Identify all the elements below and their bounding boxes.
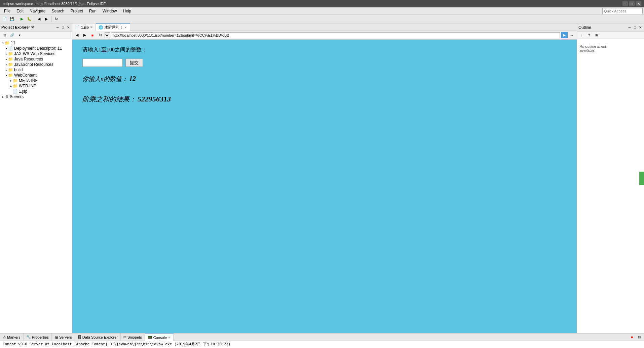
toolbar-separator-3 — [51, 16, 51, 22]
maximize-button[interactable]: □ — [629, 1, 635, 6]
browser-forward-button[interactable]: ▶ — [81, 32, 88, 38]
project-tree: ▾ 📁 11 ▾ 📄 Deployment Descriptor: 11 ▸ 📁… — [0, 39, 72, 333]
outline-sort-button[interactable]: ↕ — [578, 32, 585, 39]
tab-1jsp[interactable]: 📄 1.jsp ✕ — [72, 24, 96, 31]
panel-maximize-icon[interactable]: □ — [61, 25, 65, 30]
debug-button[interactable]: 🐛 — [26, 16, 33, 23]
tab-console[interactable]: 📟 Console ✕ — [145, 334, 174, 341]
webinf-icon: 📁 — [13, 84, 18, 88]
result-sum-prefix: 阶乘之和的结果： — [82, 95, 136, 103]
back-button[interactable]: ◀ — [36, 16, 42, 23]
tree-item-11[interactable]: ▾ 📁 11 — [0, 40, 72, 46]
outline-close-icon[interactable]: ✕ — [638, 25, 643, 30]
browser-toolbar: ◀ ▶ ■ ↻ ▶ → — [72, 31, 577, 40]
tree-arrow-webcontent: ▾ — [5, 74, 8, 77]
tree-item-jaxws[interactable]: ▸ 📁 JAX-WS Web Services — [0, 51, 72, 56]
console-text: Tomcat v9.0 Server at localhost [Apache … — [3, 342, 231, 346]
forward-button[interactable]: ▶ — [43, 16, 50, 23]
panel-close-icon[interactable]: ✕ — [66, 25, 71, 30]
browser-back-button[interactable]: ◀ — [74, 32, 80, 38]
outline-header-controls: ─ □ ✕ — [627, 25, 643, 30]
main-toolbar: 📄 💾 ▶ 🐛 ◀ ▶ ↻ — [0, 15, 644, 24]
tab-markers[interactable]: ⚠ Markers — [0, 334, 24, 341]
tree-arrow-js-resources: ▸ — [5, 63, 8, 66]
tab-servers[interactable]: 🖥 Servers — [52, 334, 75, 341]
tab-datasource[interactable]: 🗄 Data Source Explorer — [75, 334, 121, 341]
web-form: 提交 — [82, 59, 567, 67]
project-icon: 📁 — [5, 41, 10, 45]
outline-minimize-icon[interactable]: ─ — [627, 25, 632, 30]
tab-properties-label: Properties — [32, 335, 49, 339]
panel-title: Project Explorer ✕ — [1, 25, 34, 30]
browser-go-button[interactable]: ▶ — [561, 32, 568, 38]
tree-item-deployment[interactable]: ▾ 📄 Deployment Descriptor: 11 — [0, 46, 72, 51]
result-n-prefix: 你输入n的数值： — [82, 76, 128, 82]
tree-item-build[interactable]: ▸ 📁 build — [0, 67, 72, 73]
menu-edit[interactable]: Edit — [14, 8, 26, 14]
outline-filter-button[interactable]: T — [586, 32, 593, 39]
browser-stop-button[interactable]: ■ — [89, 32, 96, 38]
markers-icon: ⚠ — [3, 335, 6, 339]
console-toolbar-right: ■ ⊡ — [629, 334, 644, 341]
browser-url-input[interactable] — [111, 32, 560, 38]
submit-button[interactable]: 提交 — [125, 59, 143, 67]
main-layout: Project Explorer ✕ ─ □ ✕ ⊟ 🔗 ▾ ▾ 📁 11 — [0, 24, 644, 333]
properties-icon: 🔧 — [26, 335, 31, 339]
tab-result-close[interactable]: ✕ — [124, 26, 127, 29]
minimize-button[interactable]: ─ — [622, 1, 628, 6]
right-edge-button[interactable] — [639, 172, 644, 185]
tree-item-metainf[interactable]: ▸ 📁 META-INF — [0, 78, 72, 83]
tree-item-1jsp[interactable]: 📄 1.jsp — [0, 89, 72, 94]
panel-toolbar: ⊟ 🔗 ▾ — [0, 32, 72, 39]
menu-navigate[interactable]: Navigate — [27, 8, 48, 14]
titlebar: eclipse-workspace - http://localhost:808… — [0, 0, 644, 7]
toolbar-separator-2 — [34, 16, 34, 22]
menu-file[interactable]: File — [1, 8, 13, 14]
tree-item-webcontent[interactable]: ▾ 📁 WebContent — [0, 73, 72, 78]
js-resources-icon: 📁 — [8, 62, 13, 67]
tab-1jsp-close[interactable]: ✕ — [90, 26, 93, 29]
deployment-icon: 📄 — [8, 46, 13, 51]
run-button[interactable]: ▶ — [18, 16, 25, 23]
panel-menu-button[interactable]: ▾ — [16, 32, 23, 39]
browser-extra-button[interactable]: → — [569, 32, 575, 38]
outline-maximize-icon[interactable]: □ — [633, 25, 637, 30]
menu-help[interactable]: Help — [120, 8, 134, 14]
tree-item-servers[interactable]: ▸ 🖥 Servers — [0, 94, 72, 99]
number-input[interactable] — [82, 59, 123, 67]
refresh-button[interactable]: ↻ — [53, 16, 60, 23]
console-content: Tomcat v9.0 Server at localhost [Apache … — [0, 341, 644, 348]
tree-label-11: 11 — [11, 41, 15, 45]
tree-item-webinf[interactable]: ▸ 📁 WEB-INF — [0, 83, 72, 89]
tab-result[interactable]: 🌐 求阶乘和！ ✕ — [96, 24, 130, 31]
outline-expand-button[interactable]: ⊞ — [593, 32, 600, 39]
tab-snippets[interactable]: ✂ Snippets — [121, 334, 145, 341]
tree-item-java-resources[interactable]: ▸ 📁 Java Resources — [0, 56, 72, 62]
outline-toolbar: ↕ T ⊞ — [577, 32, 644, 39]
panel-minimize-icon[interactable]: ─ — [55, 25, 60, 30]
menu-search[interactable]: Search — [49, 8, 67, 14]
console-clear-button[interactable]: ⊡ — [636, 334, 643, 341]
console-tab-close[interactable]: ✕ — [168, 336, 171, 339]
save-button[interactable]: 💾 — [9, 16, 15, 23]
quick-access-input[interactable] — [602, 8, 643, 14]
outline-panel: Outline ─ □ ✕ ↕ T ⊞ An outline is notava… — [577, 24, 644, 333]
menu-project[interactable]: Project — [68, 8, 85, 14]
tree-item-js-resources[interactable]: ▸ 📁 JavaScript Resources — [0, 62, 72, 67]
editor-tabs: 📄 1.jsp ✕ 🌐 求阶乘和！ ✕ — [72, 24, 577, 31]
menu-run[interactable]: Run — [86, 8, 99, 14]
snippets-icon: ✂ — [123, 335, 126, 339]
center-area: 📄 1.jsp ✕ 🌐 求阶乘和！ ✕ ◀ ▶ ■ ↻ ▶ → 请输入1至100… — [72, 24, 577, 333]
new-button[interactable]: 📄 — [1, 16, 8, 23]
console-area: Tomcat v9.0 Server at localhost [Apache … — [0, 341, 644, 348]
project-explorer-panel: Project Explorer ✕ ─ □ ✕ ⊟ 🔗 ▾ ▾ 📁 11 — [0, 24, 72, 333]
tree-arrow-servers: ▸ — [1, 95, 5, 98]
close-button[interactable]: ✕ — [636, 1, 641, 6]
tab-properties[interactable]: 🔧 Properties — [24, 334, 52, 341]
menu-window[interactable]: Window — [100, 8, 120, 14]
collapse-all-button[interactable]: ⊟ — [1, 32, 8, 39]
browser-refresh-button[interactable]: ↻ — [97, 32, 104, 38]
browser-url-dropdown[interactable] — [105, 32, 110, 38]
link-editor-button[interactable]: 🔗 — [9, 32, 15, 39]
console-stop-button[interactable]: ■ — [629, 334, 635, 341]
